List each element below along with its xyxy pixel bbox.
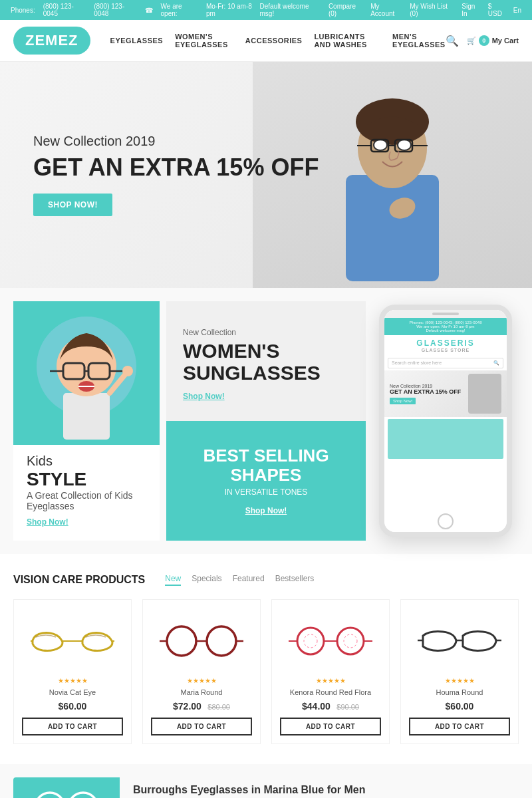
- products-section-title: VISION CARE PRODUCTS: [13, 574, 145, 586]
- kids-illustration: [27, 307, 146, 440]
- product-pricing-4: $60.00: [409, 700, 510, 712]
- hero-content: New Collection 2019 GET AN EXTRA 15% OFF…: [0, 107, 352, 243]
- nav-womens-eyeglasses[interactable]: Women's Eyeglasses: [175, 33, 233, 49]
- product-card-2: ★★★★★ Maria Round $72.00 $80.00 Add to C…: [142, 599, 261, 744]
- tab-featured[interactable]: Featured: [233, 574, 265, 586]
- add-to-cart-1[interactable]: Add to Cart: [22, 718, 123, 735]
- product-pricing-2: $72.00 $80.00: [151, 700, 252, 712]
- kids-card: Kids STYLE A Great Collection of Kids Ey…: [13, 301, 160, 541]
- phone-thumb: [388, 419, 503, 459]
- cart-count: 0: [479, 35, 489, 46]
- kids-content: Kids STYLE A Great Collection of Kids Ey…: [27, 454, 146, 527]
- womens-shop-link[interactable]: Shop Now!: [183, 392, 349, 401]
- kids-pre-title: Kids: [27, 454, 146, 469]
- main-nav: Eyeglasses Women's Eyeglasses Accessorie…: [110, 33, 446, 49]
- currency-selector[interactable]: $ USD: [488, 3, 507, 17]
- phone-hero-title: GET AN EXTRA 15% OFF: [390, 388, 461, 395]
- stars-3: ★★★★★: [280, 677, 381, 684]
- language-selector[interactable]: En: [513, 7, 521, 14]
- svg-point-5: [398, 140, 411, 150]
- shapes-shop-link[interactable]: Shop Now!: [245, 506, 287, 515]
- wishlist-link[interactable]: My Wish List (0): [410, 3, 455, 17]
- product-image-4: [409, 610, 510, 670]
- bottom-section: Burroughs Eyeglasses in Marina Blue for …: [0, 764, 532, 798]
- product-price-1: $60.00: [59, 701, 87, 712]
- product-pricing-1: $60.00: [22, 700, 123, 712]
- kids-shop-link[interactable]: Shop Now!: [27, 517, 68, 527]
- glasses-illustration-2: [158, 622, 245, 659]
- svg-point-37: [304, 634, 317, 648]
- nav-eyeglasses[interactable]: Eyeglasses: [110, 37, 164, 45]
- nav-accessories[interactable]: Accessories: [245, 37, 303, 45]
- product-pricing-3: $44.00 $90.00: [280, 700, 381, 712]
- tab-bestsellers[interactable]: Bestsellers: [275, 574, 315, 586]
- phone-label: Phones:: [11, 7, 35, 14]
- signin-link[interactable]: Sign In: [462, 3, 481, 17]
- nav-mens-eyeglasses[interactable]: Men's Eyeglasses: [392, 33, 446, 49]
- product-old-price-2: $80.00: [207, 703, 230, 711]
- header: ZEMEZ Eyeglasses Women's Eyeglasses Acce…: [0, 20, 532, 62]
- svg-point-23: [122, 366, 133, 376]
- phone-hero-figure: [468, 374, 501, 414]
- stars-4: ★★★★★: [409, 677, 510, 684]
- add-to-cart-4[interactable]: Add to Cart: [409, 718, 510, 735]
- cart-label: My Cart: [492, 37, 519, 45]
- product-price-4: $60.00: [446, 701, 474, 712]
- add-to-cart-2[interactable]: Add to Cart: [151, 718, 252, 735]
- hours-label: We are open:: [161, 3, 198, 17]
- phone-hero-text: New Collection 2019 GET AN EXTRA 15% OFF…: [390, 384, 461, 404]
- phone-hero-cta[interactable]: Shop Now!: [390, 398, 416, 404]
- header-icons: 🔍 🛒 0 My Cart: [446, 35, 519, 47]
- svg-point-43: [68, 793, 98, 798]
- svg-rect-0: [346, 175, 439, 281]
- product-name-2: Maria Round: [151, 688, 252, 696]
- compare-link[interactable]: Compare (0): [329, 3, 364, 17]
- hours-value: Mo-Fr: 10 am-8 pm: [206, 3, 260, 17]
- svg-point-42: [35, 793, 65, 798]
- phone2-link[interactable]: (800) 123-0048: [94, 3, 136, 17]
- tab-new[interactable]: New: [165, 574, 181, 586]
- phone-search-bar[interactable]: Search entire store here 🔍: [388, 358, 503, 368]
- phone-brand-name: GLASSERIS: [388, 338, 503, 348]
- phone-welcome: Default welcome msg!: [388, 329, 503, 332]
- top-bar-left: Phones: (800) 123-0045 (800) 123-0048 ☎ …: [11, 3, 260, 17]
- logo[interactable]: ZEMEZ: [13, 27, 90, 55]
- account-link[interactable]: My Account: [370, 3, 403, 17]
- nav-lubricants[interactable]: Lubricants and Washes: [314, 33, 380, 49]
- bottom-glasses-illustration: [27, 784, 106, 798]
- kids-main-title: STYLE: [27, 469, 146, 490]
- bottom-product-info: Burroughs Eyeglasses in Marina Blue for …: [120, 777, 519, 798]
- womens-card: New Collection WOMEN'S SUNGLASSES Shop N…: [166, 301, 366, 421]
- add-to-cart-3[interactable]: Add to Cart: [280, 718, 381, 735]
- product-card-3: ★★★★★ Kenora Round Red Flora $44.00 $90.…: [271, 599, 390, 744]
- hero-section: New Collection 2019 GET AN EXTRA 15% OFF…: [0, 62, 532, 288]
- bottom-product-title: Burroughs Eyeglasses in Marina Blue for …: [133, 784, 505, 796]
- svg-point-33: [337, 628, 364, 654]
- phone1-link[interactable]: (800) 123-0045: [43, 3, 86, 17]
- product-image-2: [151, 610, 252, 670]
- product-card-1: ★★★★★ Novia Cat Eye $60.00 Add to Cart: [13, 599, 132, 744]
- phone-hero: New Collection 2019 GET AN EXTRA 15% OFF…: [384, 370, 507, 417]
- phone-brand: GLASSERIS GLASSES STORE: [384, 335, 507, 356]
- phone-search-placeholder: Search entire store here: [392, 360, 442, 366]
- bottom-thumbnail: [13, 777, 120, 798]
- svg-point-28: [207, 626, 236, 656]
- kids-figure: [13, 301, 160, 445]
- product-name-3: Kenora Round Red Flora: [280, 688, 381, 696]
- welcome-msg[interactable]: Default welcome msg!: [260, 3, 322, 17]
- product-price-3: $44.00: [302, 701, 331, 712]
- phone-home-button[interactable]: [438, 513, 454, 529]
- top-bar: Phones: (800) 123-0045 (800) 123-0048 ☎ …: [0, 0, 532, 20]
- products-header: VISION CARE PRODUCTS New Specials Featur…: [13, 574, 519, 586]
- search-button[interactable]: 🔍: [446, 35, 459, 47]
- svg-point-38: [344, 634, 357, 648]
- product-image-3: [280, 610, 381, 670]
- phone-mockup-container: Phones: (800) 123-0043; (800) 123-0048 W…: [372, 301, 519, 541]
- tab-specials[interactable]: Specials: [192, 574, 221, 586]
- phone-brand-sub: GLASSES STORE: [388, 348, 503, 352]
- middle-column: New Collection WOMEN'S SUNGLASSES Shop N…: [166, 301, 366, 541]
- hero-cta-button[interactable]: Shop Now!: [33, 194, 112, 216]
- cart-button[interactable]: 🛒 0 My Cart: [467, 35, 519, 46]
- products-grid: ★★★★★ Novia Cat Eye $60.00 Add to Cart ★…: [13, 599, 519, 744]
- shapes-subtitle: IN VERSATILE TONES: [225, 487, 308, 497]
